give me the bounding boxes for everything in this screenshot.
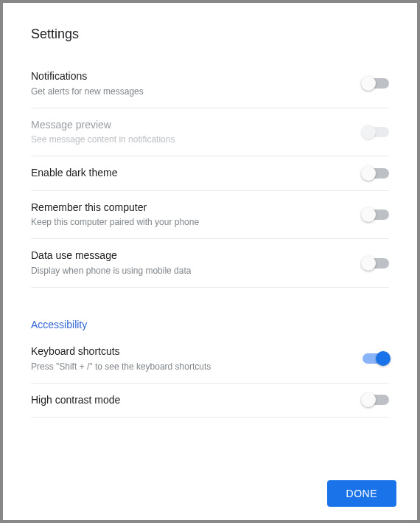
setting-message-preview: Message preview See message content in n… [31,108,389,157]
setting-dark-theme: Enable dark theme [31,156,389,191]
setting-text: Keyboard shortcuts Press "Shift + /" to … [31,344,211,373]
setting-label: Notifications [31,69,144,84]
toggle-thumb [361,207,376,222]
toggle-thumb [376,351,391,366]
dark-theme-toggle[interactable] [363,168,389,179]
setting-desc: Get alerts for new messages [31,85,144,98]
keyboard-shortcuts-toggle[interactable] [363,353,389,364]
notifications-toggle[interactable] [363,78,389,89]
setting-text: Remember this computer Keep this compute… [31,201,199,229]
setting-desc: Press "Shift + /" to see the keyboard sh… [31,360,211,373]
remember-computer-toggle[interactable] [363,209,389,220]
setting-label: High contrast mode [31,393,120,408]
setting-keyboard-shortcuts: Keyboard shortcuts Press "Shift + /" to … [31,335,389,384]
toggle-thumb [361,392,376,407]
settings-list: Notifications Get alerts for new message… [24,60,396,474]
data-use-toggle[interactable] [363,258,389,269]
toggle-thumb [361,256,376,271]
setting-notifications: Notifications Get alerts for new message… [31,60,389,108]
setting-label: Keyboard shortcuts [31,344,211,359]
toggle-thumb [361,166,376,181]
setting-label: Enable dark theme [31,166,118,181]
settings-dialog: Settings Notifications Get alerts for ne… [3,3,417,520]
setting-desc: See message content in notifications [31,133,175,146]
done-button[interactable]: DONE [327,480,396,507]
setting-desc: Keep this computer paired with your phon… [31,215,199,229]
high-contrast-toggle[interactable] [363,395,389,405]
setting-text: Enable dark theme [31,166,118,181]
setting-label: Remember this computer [31,201,199,215]
setting-desc: Display when phone is using mobile data [31,264,191,277]
setting-data-use: Data use message Display when phone is u… [31,239,389,288]
message-preview-toggle [363,127,389,137]
dialog-title: Settings [31,27,396,42]
setting-remember-computer: Remember this computer Keep this compute… [31,191,389,240]
toggle-thumb [361,125,376,139]
toggle-thumb [361,76,376,91]
setting-text: High contrast mode [31,393,120,408]
dialog-actions: DONE [24,474,396,507]
setting-text: Notifications Get alerts for new message… [31,69,144,98]
accessibility-header: Accessibility [31,319,389,330]
setting-text: Data use message Display when phone is u… [31,249,191,277]
setting-text: Message preview See message content in n… [31,118,175,147]
setting-label: Message preview [31,118,175,133]
setting-label: Data use message [31,249,191,263]
setting-high-contrast: High contrast mode [31,384,389,418]
